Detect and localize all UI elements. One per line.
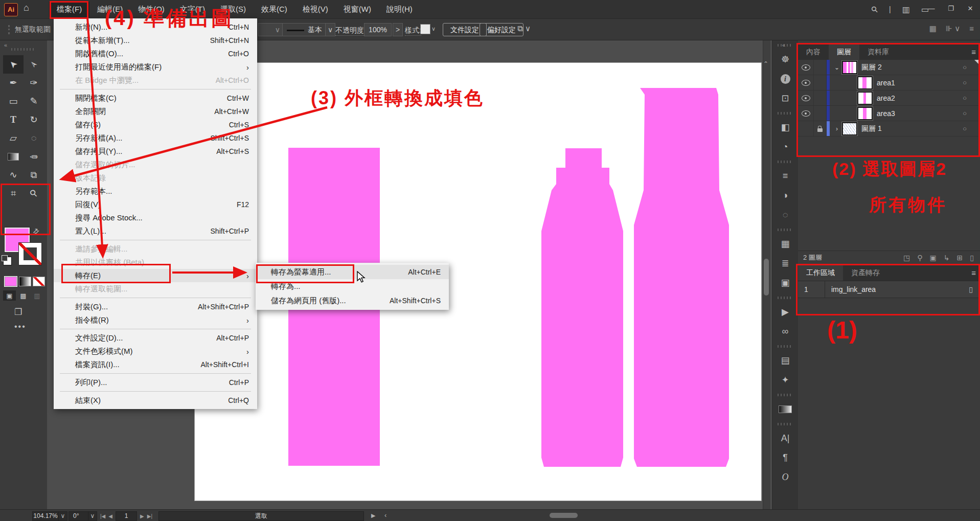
layers-tab-內容[interactable]: 內容 <box>798 44 829 60</box>
variable-width-dropdown[interactable]: ∨ <box>258 23 284 36</box>
type-tool[interactable]: T <box>3 110 24 129</box>
target-circle-icon[interactable]: ○ <box>963 94 967 102</box>
lock-toggle[interactable] <box>814 121 827 136</box>
actions-icon[interactable]: ▶ <box>772 302 798 322</box>
file-menu-item[interactable]: 全部關閉Alt+Ctrl+W <box>54 105 257 118</box>
gradient-icon[interactable] <box>772 399 798 419</box>
menu-檢視(V)[interactable]: 檢視(V) <box>295 2 336 17</box>
last-artboard-icon[interactable]: ▶| <box>147 513 152 519</box>
menu-效果(C)[interactable]: 效果(C) <box>254 2 295 17</box>
layers-panel-menu-icon[interactable]: ≡ <box>971 44 976 60</box>
area2-bottle[interactable] <box>541 148 623 467</box>
layer-name[interactable]: area1 <box>877 79 895 87</box>
layers-tab-資料庫[interactable]: 資料庫 <box>859 44 897 60</box>
character-icon[interactable]: A| <box>772 428 798 448</box>
search-icon[interactable]: ⚲ <box>869 4 880 15</box>
target-circle-icon[interactable]: ○ <box>963 109 967 117</box>
file-menu-item[interactable]: 關閉檔案(C)Ctrl+W <box>54 92 257 105</box>
layer-name[interactable]: area2 <box>877 94 895 102</box>
layer-thumbnail[interactable] <box>857 92 873 105</box>
file-menu-item[interactable]: 文件色彩模式(M)› <box>54 345 257 358</box>
shape-builder-tool[interactable]: ⧉ <box>24 166 44 184</box>
workspace-switcher-icon[interactable]: ▥ <box>902 5 910 14</box>
draw-inside-button[interactable]: ▥ <box>31 290 43 301</box>
file-menu-item[interactable]: 檔案資訊(I)...Alt+Shift+Ctrl+I <box>54 358 257 371</box>
rotate-tool[interactable]: ↻ <box>24 110 44 129</box>
lock-toggle[interactable] <box>814 106 827 121</box>
horizontal-scrollbar-thumb[interactable] <box>550 513 578 518</box>
close-button[interactable]: ✕ <box>961 0 980 18</box>
info-icon[interactable]: i <box>772 69 798 88</box>
opacity-more-button[interactable]: > <box>393 23 403 36</box>
menu-選取(S)[interactable]: 選取(S) <box>213 2 254 17</box>
target-circle-icon[interactable]: ○ <box>963 125 967 132</box>
opentype-icon[interactable]: O <box>772 467 798 487</box>
dock-gripper[interactable] <box>778 423 793 425</box>
file-menu-item[interactable]: 回復(V)F12 <box>54 198 257 211</box>
properties-icon[interactable]: ☸ <box>772 50 798 69</box>
layer-thumbnail[interactable] <box>857 107 873 120</box>
brush-definition-dropdown[interactable]: 基本 <box>282 23 329 36</box>
menu-視窗(W)[interactable]: 視窗(W) <box>336 2 379 17</box>
menu-說明(H)[interactable]: 說明(H) <box>379 2 420 17</box>
dock-gripper[interactable] <box>778 161 793 163</box>
layer-name[interactable]: area3 <box>877 109 895 118</box>
status-play-icon[interactable]: ▶ <box>371 512 375 519</box>
restore-button[interactable]: ❐ <box>941 0 961 18</box>
layer-thumbnail[interactable] <box>842 61 857 74</box>
new-layer-icon[interactable]: ⊞ <box>957 254 963 262</box>
file-menu-item[interactable]: 儲存拷貝(Y)...Alt+Ctrl+S <box>54 145 257 158</box>
pen-tool[interactable]: ✒ <box>3 74 24 92</box>
opacity-label[interactable]: 不透明度: <box>335 26 366 36</box>
file-menu-item[interactable]: 搜尋 Adobe Stock... <box>54 211 257 224</box>
links-icon[interactable]: ∞ <box>772 322 798 341</box>
home-icon[interactable]: ⌂ <box>24 3 29 13</box>
visibility-toggle[interactable] <box>798 106 814 121</box>
artboards-panel-menu-icon[interactable]: ≡ <box>971 265 976 281</box>
rotation-dropdown-chevron-icon[interactable]: ∨ <box>88 511 97 521</box>
file-menu-item[interactable]: 置入(L)...Shift+Ctrl+P <box>54 224 257 238</box>
layers-tab-圖層[interactable]: 圖層 <box>829 44 859 60</box>
menu-編輯(E)[interactable]: 編輯(E) <box>89 2 130 17</box>
layer-row[interactable]: area3○ <box>798 106 980 121</box>
pathfinder-icon[interactable]: ▣ <box>772 273 798 292</box>
color-guide-icon[interactable]: ◔ <box>772 137 798 156</box>
direct-selection-tool[interactable]: ➢ <box>24 55 44 74</box>
layer-row[interactable]: area2○ <box>798 90 980 106</box>
layer-row[interactable]: area1○ <box>798 75 980 90</box>
minimize-button[interactable]: — <box>922 0 941 18</box>
file-menu-item[interactable]: 封裝(G)...Alt+Shift+Ctrl+P <box>54 300 257 313</box>
change-screen-mode-icon[interactable]: ❐ <box>14 307 22 318</box>
layer-thumbnail[interactable] <box>842 122 857 135</box>
zoom-dropdown-chevron-icon[interactable]: ∨ <box>58 511 67 521</box>
export-submenu-item[interactable]: 轉存為... <box>256 279 449 293</box>
delete-layer-icon[interactable]: ▯ <box>970 254 974 262</box>
export-preview-icon[interactable]: ⊡ <box>772 88 798 108</box>
paintbrush-tool[interactable]: ✎ <box>24 92 44 110</box>
layer-row[interactable]: ⌄圖層 2○ <box>798 60 980 75</box>
clipping-mask-icon[interactable]: ▣ <box>930 254 937 262</box>
collect-for-export-icon[interactable]: ◳ <box>903 254 910 262</box>
menu-檔案(F)[interactable]: 檔案(F) <box>49 2 89 17</box>
artboard-name[interactable]: img_link_area <box>825 285 876 293</box>
file-menu-item[interactable]: 文件設定(D)...Alt+Ctrl+P <box>54 331 257 345</box>
zoom-tool[interactable]: ⚲ <box>24 184 44 202</box>
file-menu-item[interactable]: 儲存(S)Ctrl+S <box>54 118 257 131</box>
layer-name[interactable]: 圖層 1 <box>861 124 882 133</box>
file-menu-item[interactable]: 另存範本... <box>54 185 257 198</box>
file-menu-item[interactable]: 轉存(E)› <box>54 269 257 282</box>
file-menu-item[interactable]: 結束(X)Ctrl+Q <box>54 394 257 407</box>
snap-options-icon[interactable]: ⊪ ∨ <box>946 24 960 33</box>
layer-chevron-icon[interactable]: ⌄ <box>832 64 842 71</box>
draw-normal-button[interactable]: ▣ <box>3 290 16 301</box>
align-icon[interactable]: ≣ <box>772 254 798 273</box>
asset-export-icon[interactable]: ✦ <box>772 370 798 390</box>
visibility-toggle[interactable] <box>798 90 814 105</box>
new-sublayer-icon[interactable]: ↳ <box>944 254 950 262</box>
lock-toggle[interactable] <box>814 60 827 75</box>
style-chevron-icon[interactable]: ∨ <box>431 26 436 32</box>
selection-tool[interactable]: ➤ <box>3 55 24 74</box>
shaper-tool[interactable]: ◌ <box>24 129 44 147</box>
next-artboard-icon[interactable]: ▶ <box>140 513 144 519</box>
paragraph-icon[interactable]: ¶ <box>772 448 798 467</box>
